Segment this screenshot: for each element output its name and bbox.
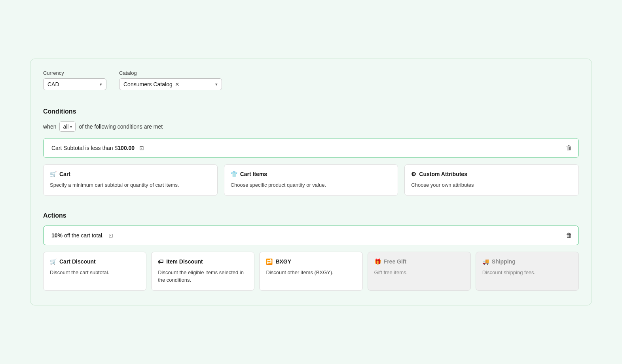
main-card: Currency CAD ▾ Catalog Consumers Catalog…	[30, 59, 592, 305]
condition-text-prefix: Cart Subtotal is less than $	[51, 145, 118, 151]
all-value: all	[63, 123, 68, 130]
gear-icon: ⚙	[411, 171, 416, 177]
all-select[interactable]: all ▾	[59, 121, 76, 132]
condition-amount: 100.00	[118, 145, 135, 151]
catalog-chevron-icon: ▾	[215, 82, 218, 87]
catalog-field: Catalog Consumers Catalog ✕ ▾	[119, 70, 222, 90]
cart-discount-card[interactable]: 🛒 Cart Discount Discount the cart subtot…	[43, 252, 146, 291]
free-gift-icon: 🎁	[374, 258, 381, 265]
cart-discount-desc: Discount the cart subtotal.	[50, 269, 140, 277]
cart-items-condition-desc: Choose specific product quantity or valu…	[231, 181, 392, 189]
shipping-card: 🚚 Shipping Discount shipping fees.	[476, 252, 579, 291]
edit-condition-icon[interactable]: ⊡	[139, 145, 144, 151]
cart-discount-title: 🛒 Cart Discount	[50, 258, 140, 265]
actions-title: Actions	[43, 212, 579, 219]
bxgy-title: 🔁 BXGY	[266, 258, 356, 265]
condition-row: when all ▾ of the following conditions a…	[43, 121, 579, 132]
middle-divider	[43, 204, 579, 204]
item-discount-icon: 🏷	[158, 258, 163, 265]
conditions-section: Conditions when all ▾ of the following c…	[43, 108, 579, 196]
condition-item-text: Cart Subtotal is less than $100.00 ⊡	[51, 145, 559, 151]
shipping-title: 🚚 Shipping	[482, 258, 572, 265]
conditions-suffix: of the following conditions are met	[79, 123, 163, 130]
cart-items-condition-card[interactable]: 👕 Cart Items Choose specific product qua…	[224, 164, 398, 196]
catalog-close-icon[interactable]: ✕	[175, 82, 180, 87]
shipping-icon: 🚚	[482, 258, 489, 265]
cart-condition-card[interactable]: 🛒 Cart Specify a minimum cart subtotal o…	[43, 164, 218, 196]
custom-attr-condition-desc: Choose your own attributes	[411, 181, 572, 189]
all-chevron-icon: ▾	[70, 125, 72, 129]
shipping-desc: Discount shipping fees.	[482, 269, 572, 277]
actions-section: Actions 10% off the cart total. ⊡ 🗑 🛒 Ca…	[43, 212, 579, 291]
condition-type-cards: 🛒 Cart Specify a minimum cart subtotal o…	[43, 164, 579, 196]
currency-chevron-icon: ▾	[100, 82, 102, 87]
bxgy-icon: 🔁	[266, 258, 273, 265]
currency-field: Currency CAD ▾	[43, 70, 106, 90]
top-row: Currency CAD ▾ Catalog Consumers Catalog…	[43, 70, 579, 90]
cart-discount-icon: 🛒	[50, 258, 57, 265]
currency-select[interactable]: CAD ▾	[43, 78, 106, 90]
action-item-text: 10% off the cart total. ⊡	[51, 232, 559, 239]
conditions-title: Conditions	[43, 108, 579, 115]
delete-action-icon[interactable]: 🗑	[566, 232, 572, 239]
cart-condition-title: 🛒 Cart	[50, 171, 211, 177]
cart-items-icon: 👕	[231, 171, 237, 177]
bxgy-desc: Discount other items (BXGY).	[266, 269, 356, 277]
currency-label: Currency	[43, 70, 106, 76]
catalog-tag: Consumers Catalog ✕	[123, 81, 180, 87]
top-divider	[43, 100, 579, 100]
catalog-tag-text: Consumers Catalog	[123, 81, 173, 87]
currency-value: CAD	[47, 81, 97, 87]
cart-items-condition-title: 👕 Cart Items	[231, 171, 392, 177]
free-gift-desc: Gift free items.	[374, 269, 464, 277]
cart-icon: 🛒	[50, 171, 57, 177]
cart-condition-desc: Specify a minimum cart subtotal or quant…	[50, 181, 211, 189]
action-item-card: 10% off the cart total. ⊡ 🗑	[43, 226, 579, 245]
condition-item-card: Cart Subtotal is less than $100.00 ⊡ 🗑	[43, 138, 579, 158]
free-gift-card: 🎁 Free Gift Gift free items.	[368, 252, 471, 291]
when-text: when	[43, 123, 56, 130]
item-discount-card[interactable]: 🏷 Item Discount Discount the eligible it…	[151, 252, 254, 291]
delete-condition-icon[interactable]: 🗑	[566, 144, 572, 152]
item-discount-desc: Discount the eligible items selected in …	[158, 269, 248, 284]
free-gift-title: 🎁 Free Gift	[374, 258, 464, 265]
action-text: off the cart total.	[63, 232, 104, 239]
custom-attr-condition-card[interactable]: ⚙ Custom Attributes Choose your own attr…	[404, 164, 579, 196]
action-percent: 10%	[51, 232, 63, 239]
edit-action-icon[interactable]: ⊡	[108, 232, 113, 239]
catalog-label: Catalog	[119, 70, 222, 76]
custom-attr-condition-title: ⚙ Custom Attributes	[411, 171, 572, 177]
bxgy-card[interactable]: 🔁 BXGY Discount other items (BXGY).	[259, 252, 362, 291]
item-discount-title: 🏷 Item Discount	[158, 258, 248, 265]
catalog-select[interactable]: Consumers Catalog ✕ ▾	[119, 78, 222, 90]
action-type-cards: 🛒 Cart Discount Discount the cart subtot…	[43, 252, 579, 291]
